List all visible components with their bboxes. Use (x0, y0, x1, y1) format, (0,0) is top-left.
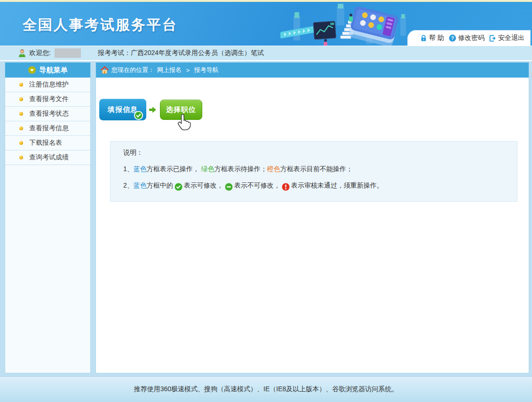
home-icon (101, 66, 109, 74)
sidebar-item-view-exam-info[interactable]: 查看报考信息 (5, 121, 90, 136)
bullet-icon (19, 97, 23, 101)
line2-number: 2、 (123, 181, 134, 190)
change-password-link-label: 修改密码 (458, 34, 484, 42)
sidebar-item-download-form[interactable]: 下载报名表 (5, 136, 90, 150)
sidebar-item-query-scores[interactable]: 查询考试成绩 (5, 150, 90, 165)
sidebar-header: 导航菜单 (5, 63, 90, 78)
bullet-icon (19, 156, 23, 159)
lock-icon (420, 35, 427, 42)
line1-orange-word: 橙色 (267, 165, 280, 173)
line1-text: 方框表示已操作， (147, 165, 201, 173)
user-avatar-icon (18, 49, 26, 57)
instructions-title: 说明： (123, 149, 508, 157)
main-content: 填报信息 选择职位 说明： (96, 78, 529, 373)
page-title: 全国人事考试服务平台 (23, 16, 178, 35)
sidebar-filler (5, 165, 90, 373)
chevron-down-icon (28, 66, 36, 74)
review-failed-alert-icon (282, 183, 290, 191)
line2-text: 表示审核未通过，须重新操作。 (291, 181, 383, 190)
check-badge-icon (134, 111, 143, 120)
not-modifiable-minus-icon (225, 183, 233, 191)
question-icon: ? (449, 34, 456, 42)
breadcrumb-current: 报考导航 (194, 66, 219, 74)
instructions-box: 说明： 1、蓝色方框表示已操作， 绿色方框表示待操作；橙色方框表示目前不能操作；… (110, 141, 517, 202)
bullet-icon (19, 112, 23, 116)
sidebar-nav: 导航菜单 注册信息维护 查看报考文件 查看报考状态 查看报考信息 下载报名表 查… (5, 62, 91, 373)
breadcrumb-section: 网上报名 (157, 66, 182, 74)
fill-info-button[interactable]: 填报信息 (99, 99, 146, 120)
line2-text: 表示不可修改， (234, 181, 280, 190)
fill-info-button-label: 填报信息 (108, 105, 138, 114)
user-name-redacted (55, 48, 81, 58)
line2-text: 方框中的 (147, 181, 173, 190)
hand-cursor-icon (175, 112, 191, 131)
exit-icon (489, 35, 496, 42)
sidebar-item-register-info[interactable]: 注册信息维护 (5, 78, 90, 92)
logout-link-label: 安全退出 (498, 34, 524, 42)
instructions-line-1: 1、蓝色方框表示已操作， 绿色方框表示待操作；橙色方框表示目前不能操作； (123, 165, 508, 173)
instructions-line-2: 2、蓝色方框中的 表示可修改， 表示不可修改， (123, 181, 508, 190)
bullet-icon (19, 141, 23, 145)
help-link-label: 帮 助 (429, 34, 444, 42)
sidebar-item-label: 查询考试成绩 (29, 153, 69, 162)
breadcrumb-separator: > (184, 67, 191, 74)
select-position-button[interactable]: 选择职位 (160, 100, 202, 120)
sidebar-title: 导航菜单 (40, 66, 68, 75)
logout-link[interactable]: 安全退出 (489, 34, 524, 42)
exam-title: 报考考试：广西2024年度考试录用公务员（选调生）笔试 (98, 49, 264, 57)
welcome-greeting: 欢迎您: (29, 49, 51, 57)
content-area: 导航菜单 注册信息维护 查看报考文件 查看报考状态 查看报考信息 下载报名表 查… (0, 61, 532, 376)
welcome-bar: 欢迎您: 报考考试：广西2024年度考试录用公务员（选调生）笔试 (0, 46, 532, 61)
bullet-icon (19, 126, 23, 130)
sidebar-item-label: 查看报考信息 (29, 124, 69, 133)
header-links-panel: 帮 助 ? 修改密码 安全退出 (407, 30, 531, 46)
change-password-link[interactable]: ? 修改密码 (449, 34, 484, 42)
sidebar-item-view-exam-status[interactable]: 查看报考状态 (5, 107, 90, 121)
breadcrumb: 您现在的位置：网上报名 > 报考导航 (96, 63, 529, 78)
arrow-right-icon (149, 106, 157, 114)
help-link[interactable]: 帮 助 (420, 34, 444, 42)
flow-steps: 填报信息 选择职位 (99, 98, 529, 121)
line1-text: 方框表示目前不能操作； (280, 165, 353, 173)
line1-text: 方框表示待操作； (214, 165, 267, 173)
sidebar-item-label: 查看报考文件 (29, 95, 69, 103)
svg-text:?: ? (451, 36, 454, 41)
breadcrumb-label: 您现在的位置： (111, 66, 154, 74)
sidebar-item-label: 注册信息维护 (29, 80, 69, 89)
header-illustration (280, 3, 426, 46)
sidebar-item-label: 下载报名表 (29, 139, 62, 147)
sidebar-item-view-exam-files[interactable]: 查看报考文件 (5, 92, 90, 107)
line1-green-word: 绿色 (201, 165, 214, 173)
line2-blue-word: 蓝色 (134, 181, 147, 190)
select-position-button-label: 选择职位 (166, 105, 196, 114)
modifiable-check-icon (175, 183, 183, 191)
footer-text: 推荐使用360极速模式、搜狗（高速模式）、IE（IE8及以上版本）、谷歌浏览器访… (134, 385, 398, 394)
page-footer: 推荐使用360极速模式、搜狗（高速模式）、IE（IE8及以上版本）、谷歌浏览器访… (0, 376, 532, 402)
sidebar-item-label: 查看报考状态 (29, 110, 69, 118)
line1-blue-word: 蓝色 (134, 165, 147, 173)
bullet-icon (19, 83, 23, 87)
line1-number: 1、 (123, 165, 134, 173)
main-panel: 您现在的位置：网上报名 > 报考导航 填报信息 选择职位 (95, 62, 529, 373)
app-header: 全国人事考试服务平台 (0, 2, 532, 46)
line2-text: 表示可修改， (184, 181, 223, 190)
